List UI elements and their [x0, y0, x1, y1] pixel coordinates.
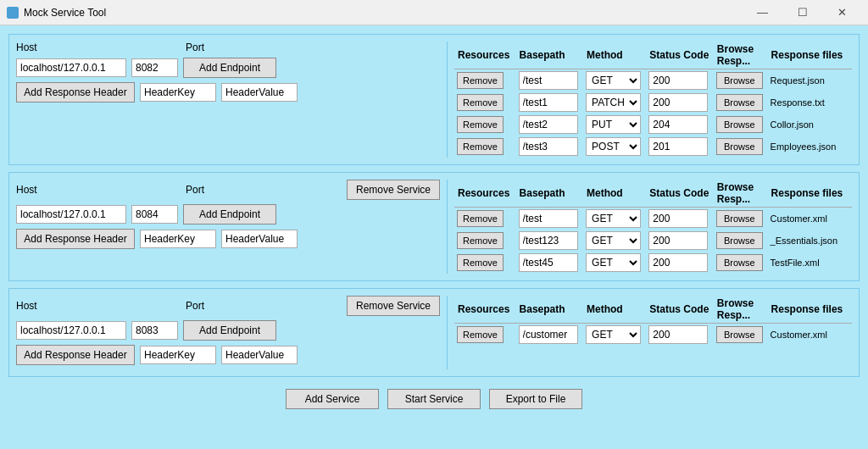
footer-bar: Add Service Start Service Export to File	[8, 384, 860, 411]
method-select[interactable]: GETPOSTPUTPATCHDELETE	[586, 325, 641, 344]
header-value-input-2[interactable]	[221, 230, 298, 248]
table-row: RemoveGETPOSTPUTPATCHDELETEBrowseTestFil…	[454, 252, 852, 274]
host-input-2[interactable]	[16, 205, 126, 224]
host-label-3: Host	[16, 300, 126, 312]
header-row-2: Add Response Header	[16, 229, 440, 249]
remove-endpoint-button[interactable]: Remove	[457, 326, 504, 343]
table-row: RemoveGETPOSTPUTPATCHDELETEBrowse_Essent…	[454, 230, 852, 252]
response-file-label: Response.txt	[771, 97, 825, 108]
port-input-3[interactable]	[131, 321, 178, 340]
table-row: RemoveGETPOSTPUTPATCHDELETEBrowseCustome…	[454, 208, 852, 230]
browse-button[interactable]: Browse	[716, 94, 763, 111]
col-browse-header-2: Browse Resp...	[714, 180, 768, 208]
host-port-row-3: Add Endpoint	[16, 320, 440, 341]
browse-button[interactable]: Browse	[716, 116, 763, 133]
remove-endpoint-button[interactable]: Remove	[457, 138, 504, 155]
start-service-button[interactable]: Start Service	[387, 389, 481, 409]
remove-endpoint-button[interactable]: Remove	[457, 116, 504, 133]
service-right-2: Resources Basepath Method Status Code Br…	[447, 180, 852, 274]
add-endpoint-button-2[interactable]: Add Endpoint	[183, 204, 276, 224]
status-input[interactable]	[648, 115, 708, 134]
status-input[interactable]	[648, 325, 708, 344]
table-row: RemoveGETPOSTPUTPATCHDELETEBrowseRequest…	[454, 69, 852, 92]
header-value-input-1[interactable]	[221, 83, 298, 102]
add-endpoint-button-1[interactable]: Add Endpoint	[183, 58, 276, 78]
add-response-header-button-2[interactable]: Add Response Header	[16, 229, 135, 249]
header-key-input-1[interactable]	[140, 83, 216, 102]
remove-service-button-2[interactable]: Remove Service	[347, 180, 440, 200]
basepath-input[interactable]	[519, 115, 578, 134]
remove-endpoint-button[interactable]: Remove	[457, 232, 504, 249]
col-status-header-3: Status Code	[646, 296, 713, 324]
basepath-input[interactable]	[519, 231, 578, 250]
browse-button[interactable]: Browse	[716, 254, 763, 271]
add-response-header-button-3[interactable]: Add Response Header	[16, 345, 135, 365]
add-response-header-button-1[interactable]: Add Response Header	[16, 82, 135, 103]
response-file-label: Request.json	[771, 75, 825, 86]
host-port-labels-1: Host Port	[16, 42, 440, 53]
port-input-2[interactable]	[131, 205, 178, 224]
browse-button[interactable]: Browse	[716, 138, 763, 155]
host-label-1: Host	[16, 42, 126, 53]
basepath-input[interactable]	[519, 209, 578, 228]
remove-endpoint-button[interactable]: Remove	[457, 210, 504, 227]
status-input[interactable]	[648, 93, 708, 112]
col-browse-header-3: Browse Resp...	[714, 296, 768, 324]
method-select[interactable]: GETPOSTPUTPATCHDELETE	[586, 231, 641, 250]
basepath-input[interactable]	[519, 137, 578, 156]
basepath-input[interactable]	[519, 325, 578, 344]
col-basepath-header-1: Basepath	[516, 42, 583, 69]
service-left-2: Host Port Remove Service Add Endpoint Ad…	[16, 180, 440, 274]
port-input-1[interactable]	[131, 58, 178, 77]
maximize-button[interactable]: ☐	[783, 1, 821, 25]
col-files-header-1: Response files	[768, 42, 852, 69]
close-button[interactable]: ✕	[823, 1, 861, 25]
add-endpoint-button-3[interactable]: Add Endpoint	[183, 320, 276, 341]
header-key-input-2[interactable]	[140, 230, 216, 248]
remove-endpoint-button[interactable]: Remove	[457, 254, 504, 271]
service-left-1: Host Port Add Endpoint Add Response Head…	[16, 42, 440, 158]
col-status-header-2: Status Code	[646, 180, 713, 208]
browse-button[interactable]: Browse	[716, 210, 763, 227]
browse-button[interactable]: Browse	[716, 232, 763, 249]
service-block-3: Host Port Remove Service Add Endpoint Ad…	[8, 288, 860, 377]
add-service-button[interactable]: Add Service	[286, 389, 379, 409]
status-input[interactable]	[648, 209, 708, 228]
service-left-3: Host Port Remove Service Add Endpoint Ad…	[16, 296, 440, 369]
basepath-input[interactable]	[519, 253, 578, 272]
col-status-header-1: Status Code	[646, 42, 713, 69]
remove-endpoint-button[interactable]: Remove	[457, 72, 504, 89]
service-right-3: Resources Basepath Method Status Code Br…	[447, 296, 852, 369]
host-input-1[interactable]	[16, 58, 126, 77]
method-select[interactable]: GETPOSTPUTPATCHDELETE	[586, 115, 641, 134]
col-browse-header-1: Browse Resp...	[714, 42, 768, 69]
method-select[interactable]: GETPOSTPUTPATCHDELETE	[586, 253, 641, 272]
port-label-1: Port	[186, 42, 236, 53]
method-select[interactable]: GETPOSTPUTPATCHDELETE	[586, 137, 641, 156]
status-input[interactable]	[648, 137, 708, 156]
minimize-button[interactable]: —	[743, 1, 782, 25]
remove-service-button-3[interactable]: Remove Service	[347, 296, 440, 316]
title-bar: Mock Service Tool — ☐ ✕	[0, 0, 868, 25]
response-file-label: Customer.xml	[771, 330, 827, 340]
status-input[interactable]	[648, 253, 708, 272]
header-value-input-3[interactable]	[221, 346, 298, 364]
header-key-input-3[interactable]	[140, 346, 216, 364]
export-to-file-button[interactable]: Export to File	[489, 389, 582, 409]
browse-button[interactable]: Browse	[716, 326, 763, 343]
browse-button[interactable]: Browse	[716, 72, 763, 89]
status-input[interactable]	[648, 231, 708, 250]
status-input[interactable]	[648, 71, 708, 90]
method-select[interactable]: GETPOSTPUTPATCHDELETE	[586, 93, 641, 112]
response-file-label: Customer.xml	[771, 213, 827, 224]
remove-endpoint-button[interactable]: Remove	[457, 94, 504, 111]
method-select[interactable]: GETPOSTPUTPATCHDELETE	[586, 71, 641, 90]
col-basepath-header-2: Basepath	[516, 180, 583, 208]
basepath-input[interactable]	[519, 93, 578, 112]
col-files-header-2: Response files	[768, 180, 852, 208]
port-label-2: Port	[186, 184, 236, 196]
host-input-3[interactable]	[16, 321, 126, 340]
method-select[interactable]: GETPOSTPUTPATCHDELETE	[586, 209, 641, 228]
port-label-3: Port	[186, 300, 236, 312]
basepath-input[interactable]	[519, 71, 578, 90]
